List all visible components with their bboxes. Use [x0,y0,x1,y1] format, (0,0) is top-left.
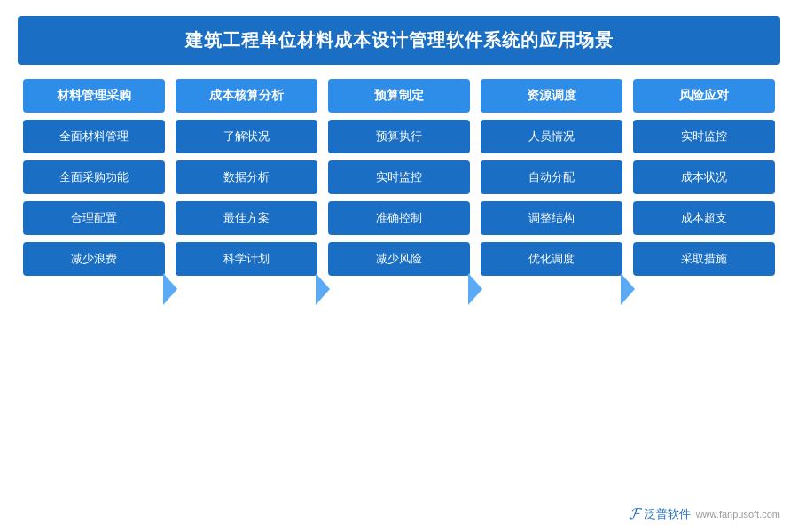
col-3-item-0: 人员情况 [481,120,622,153]
col-0-item-0: 全面材料管理 [23,120,165,153]
col-4-item-0: 实时监控 [633,120,775,153]
column-1: 成本核算分析了解状况数据分析最佳方案科学计划 [170,79,323,499]
col-header-4: 风险应对 [633,79,775,113]
column-4: 风险应对实时监控成本状况成本超支采取措施 [628,79,780,499]
column-2: 预算制定预算执行实时监控准确控制减少风险 [323,79,475,499]
column-3: 资源调度人员情况自动分配调整结构优化调度 [475,79,628,499]
col-4-item-2: 成本超支 [633,201,775,235]
brand-name: 泛普软件 [645,506,691,522]
col-0-item-1: 全面采购功能 [23,160,165,194]
col-3-item-1: 自动分配 [481,160,622,194]
logo-icon: 𝓕 [630,505,641,523]
col-header-2: 预算制定 [328,79,470,113]
col-3-item-2: 调整结构 [481,201,622,235]
column-0: 材料管理采购全面材料管理全面采购功能合理配置减少浪费 [18,79,170,499]
col-header-0: 材料管理采购 [23,79,165,113]
footer-url: www.fanpusoft.com [696,509,780,520]
col-4-item-1: 成本状况 [633,160,775,194]
col-4-item-3: 采取措施 [633,242,775,276]
app-container: 建筑工程单位材料成本设计管理软件系统的应用场景 材料管理采购全面材料管理全面采购… [0,0,798,532]
col-header-1: 成本核算分析 [176,79,317,113]
col-2-item-0: 预算执行 [328,120,470,153]
col-0-item-3: 减少浪费 [23,242,165,276]
page-title: 建筑工程单位材料成本设计管理软件系统的应用场景 [18,16,780,65]
col-2-item-2: 准确控制 [328,201,470,235]
col-1-item-0: 了解状况 [176,120,317,153]
col-0-item-2: 合理配置 [23,201,165,235]
col-1-item-3: 科学计划 [176,242,317,276]
col-3-item-3: 优化调度 [481,242,622,276]
footer: 𝓕 泛普软件 www.fanpusoft.com [18,499,780,523]
brand-logo: 𝓕 泛普软件 [630,505,691,523]
col-1-item-1: 数据分析 [176,160,317,194]
columns-wrapper: 材料管理采购全面材料管理全面采购功能合理配置减少浪费成本核算分析了解状况数据分析… [18,79,780,499]
col-1-item-2: 最佳方案 [176,201,317,235]
col-header-3: 资源调度 [481,79,622,113]
col-2-item-3: 减少风险 [328,242,470,276]
col-2-item-1: 实时监控 [328,160,470,194]
